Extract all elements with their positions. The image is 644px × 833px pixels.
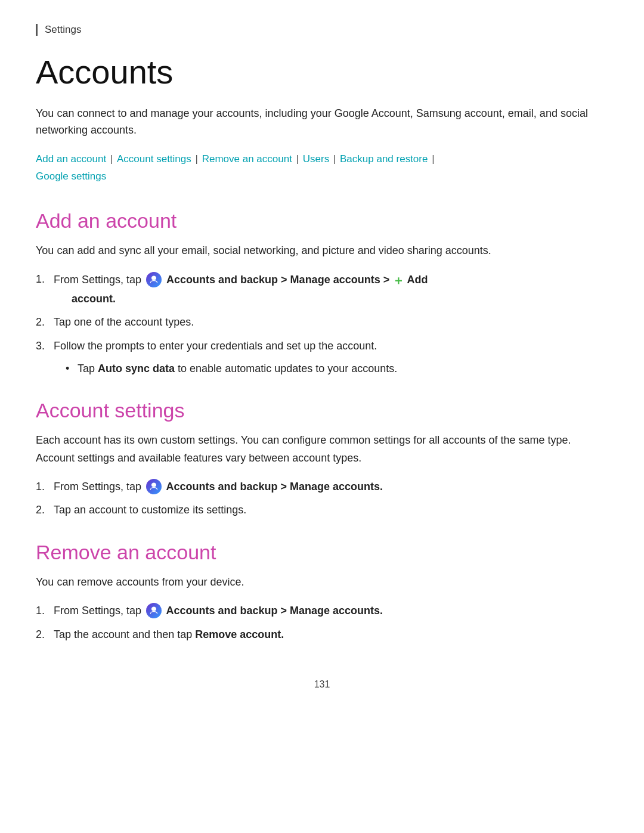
remove-step-2: 2. Tap the account and then tap Remove a… bbox=[36, 626, 608, 644]
add-step-3: 3. Follow the prompts to enter your cred… bbox=[36, 337, 608, 377]
remove-account-steps: 1. From Settings, tap Accounts and backu… bbox=[36, 602, 608, 643]
settings-step-2: 2. Tap an account to customize its setti… bbox=[36, 501, 608, 519]
nav-link-add[interactable]: Add an account bbox=[36, 153, 106, 165]
remove-step-1: 1. From Settings, tap Accounts and backu… bbox=[36, 602, 608, 620]
settings-label: Settings bbox=[36, 24, 608, 36]
settings-step-1: 1. From Settings, tap Accounts and backu… bbox=[36, 478, 608, 496]
intro-text: You can connect to and manage your accou… bbox=[36, 105, 608, 140]
add-step-2: 2. Tap one of the account types. bbox=[36, 314, 608, 332]
section-title-settings: Account settings bbox=[36, 399, 608, 422]
nav-link-remove[interactable]: Remove an account bbox=[202, 153, 292, 165]
accounts-backup-icon-2 bbox=[146, 479, 162, 494]
nav-link-users[interactable]: Users bbox=[303, 153, 329, 165]
page-number: 131 bbox=[36, 679, 608, 690]
nav-links: Add an account | Account settings | Remo… bbox=[36, 151, 608, 185]
section-desc-add: You can add and sync all your email, soc… bbox=[36, 242, 608, 260]
plus-icon: ＋ bbox=[392, 274, 404, 287]
add-sub-list: Tap Auto sync data to enable automatic u… bbox=[54, 360, 608, 378]
nav-link-backup[interactable]: Backup and restore bbox=[340, 153, 428, 165]
nav-link-settings[interactable]: Account settings bbox=[117, 153, 191, 165]
section-title-remove: Remove an account bbox=[36, 541, 608, 564]
nav-link-google[interactable]: Google settings bbox=[36, 171, 106, 182]
section-desc-remove: You can remove accounts from your device… bbox=[36, 574, 608, 592]
add-sub-item-1: Tap Auto sync data to enable automatic u… bbox=[66, 360, 608, 378]
section-title-add: Add an account bbox=[36, 209, 608, 233]
add-account-steps: 1. From Settings, tap Accounts and backu… bbox=[36, 271, 608, 378]
accounts-backup-icon-3 bbox=[146, 603, 162, 618]
section-account-settings: Account settings Each account has its ow… bbox=[36, 399, 608, 519]
section-remove-account: Remove an account You can remove account… bbox=[36, 541, 608, 643]
add-step-1: 1. From Settings, tap Accounts and backu… bbox=[36, 271, 608, 308]
accounts-backup-icon-1 bbox=[146, 272, 162, 287]
account-settings-steps: 1. From Settings, tap Accounts and backu… bbox=[36, 478, 608, 519]
section-add-account: Add an account You can add and sync all … bbox=[36, 209, 608, 377]
section-desc-settings: Each account has its own custom settings… bbox=[36, 432, 608, 467]
page-title: Accounts bbox=[36, 54, 608, 91]
